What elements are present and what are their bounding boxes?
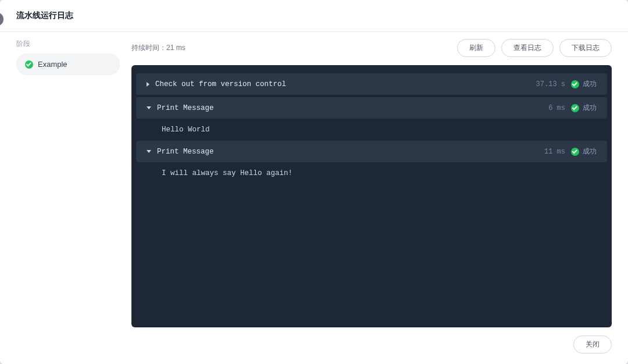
refresh-button[interactable]: 刷新 [457,39,495,57]
log-output: I will always say Hello again! [131,165,612,182]
modal-body: 阶段 Example 持续时间：21 ms 刷新 查看日志 下载日志 [0,32,628,327]
success-icon [571,80,579,88]
log-output: Hello World [131,121,612,138]
main-header: 持续时间：21 ms 刷新 查看日志 下载日志 [131,39,612,57]
log-step-header[interactable]: Print Message 11 ms 成功 [136,141,607,162]
pipeline-log-modal: 流水线运行日志 阶段 Example 持续时间：21 ms 刷新 查看日志 下载… [0,0,628,364]
success-icon [25,60,33,69]
sidebar-label: 阶段 [16,39,120,49]
stage-name: Example [38,60,67,69]
step-status: 成功 [571,103,597,113]
step-duration: 6 ms [548,104,565,112]
modal-header: 流水线运行日志 [0,0,628,32]
duration-text: 持续时间：21 ms [131,43,185,53]
log-panel[interactable]: Check out from version control 37.13 s 成… [131,65,612,327]
success-icon [571,104,579,112]
step-duration: 37.13 s [536,80,565,88]
step-status: 成功 [571,79,597,89]
button-group: 刷新 查看日志 下载日志 [457,39,612,57]
modal-title: 流水线运行日志 [16,10,73,21]
step-name: Print Message [157,104,543,112]
log-step-header[interactable]: Check out from version control 37.13 s 成… [136,73,607,95]
duration-value: 21 ms [166,44,185,52]
caret-down-icon [147,150,151,153]
duration-label: 持续时间： [131,44,166,52]
status-label: 成功 [583,103,597,113]
view-log-button[interactable]: 查看日志 [501,39,554,57]
caret-right-icon [147,82,149,87]
status-label: 成功 [583,79,597,89]
step-status: 成功 [571,147,597,156]
status-label: 成功 [583,147,597,156]
step-name: Print Message [157,148,538,156]
log-step-header[interactable]: Print Message 6 ms 成功 [136,97,607,119]
modal-footer: 关闭 [0,327,628,364]
main-panel: 持续时间：21 ms 刷新 查看日志 下载日志 Check out from v… [131,39,612,327]
caret-down-icon [147,106,151,109]
step-name: Check out from version control [155,80,530,88]
stage-sidebar: 阶段 Example [16,39,120,327]
download-log-button[interactable]: 下载日志 [559,39,612,57]
step-duration: 11 ms [544,148,565,156]
success-icon [571,148,579,156]
stage-item-example[interactable]: Example [16,53,120,75]
close-button[interactable]: 关闭 [573,336,612,354]
